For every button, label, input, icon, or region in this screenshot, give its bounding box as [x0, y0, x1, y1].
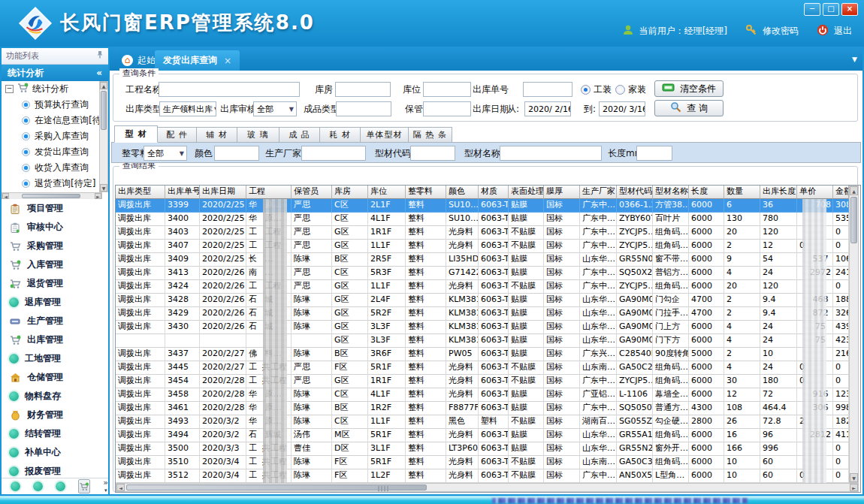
name-input[interactable]: [500, 146, 602, 161]
sidebar-item-5[interactable]: 退库管理: [2, 293, 108, 312]
table-row-3[interactable]: 调拨出库34072020/2/25工 工程严思G区1L1F整料光身料6063-T…: [116, 240, 849, 253]
table-row-20[interactable]: 调拨出库35122020/3/4工 共工程陈琳F区1L2F整料光身料6063-T…: [116, 469, 849, 483]
module-dot-icon[interactable]: [11, 481, 20, 491]
table-row-1[interactable]: 调拨出库34002020/2/25华 原…严思C区4L1F整料SU10…6063…: [116, 213, 849, 226]
collapse-icon[interactable]: «: [96, 65, 102, 81]
table-row-5[interactable]: 调拨出库34132020/2/26南 …严思C区5R3F整料G714226063…: [116, 267, 849, 280]
tab-list-dropdown-icon[interactable]: ▼: [852, 56, 857, 63]
column-header-13[interactable]: 型材代码: [617, 186, 653, 199]
date-from-select[interactable]: 2020/ 2/16▼: [524, 101, 571, 116]
tree-expander-icon[interactable]: −: [5, 85, 14, 93]
material-tab-2[interactable]: 辅 材: [197, 127, 237, 143]
table-row-13[interactable]: 调拨出库34542020/2/28工 共工程严思G区1R1F整料光身料6063-…: [116, 375, 849, 388]
table-row-11[interactable]: 调拨出库34372020/2/27佛 料…陈琳B区3R6F整料PW056063-…: [116, 348, 849, 361]
material-tab-5[interactable]: 耗 材: [320, 127, 361, 143]
column-header-0[interactable]: 出库类型: [116, 186, 165, 199]
close-button[interactable]: ×: [841, 3, 858, 16]
module-dot-icon[interactable]: [33, 481, 43, 491]
column-header-8[interactable]: 颜色: [446, 186, 479, 199]
keeper-input[interactable]: [423, 101, 471, 116]
tree-root-node[interactable]: − 统计分析: [2, 81, 108, 97]
table-row-6[interactable]: 调拨出库34242020/2/26工 工程严思G区1L1F整料光身料6063-T…: [116, 280, 849, 294]
project-name-input[interactable]: [159, 82, 300, 97]
sidebar-item-2[interactable]: 采购管理: [2, 237, 108, 255]
table-row-10[interactable]: G区3L3F整料KLM38176063-T5贴膜国标山东华…GA90M09.门下…: [116, 334, 849, 348]
scroll-right-arrow[interactable]: ►: [95, 193, 101, 199]
scroll-down-arrow[interactable]: ▼: [850, 473, 858, 482]
material-tab-0[interactable]: 型 材: [114, 125, 158, 143]
sidebar-item-13[interactable]: 补单中心: [2, 443, 108, 462]
column-header-2[interactable]: 出库日期: [200, 186, 246, 199]
location-input[interactable]: [423, 82, 471, 97]
radio-jiazhuang[interactable]: 家装: [615, 84, 646, 95]
sidebar-item-11[interactable]: 财务管理: [2, 406, 108, 424]
part-select[interactable]: 全部▼: [143, 146, 187, 161]
column-header-12[interactable]: 生产厂家: [580, 186, 617, 199]
column-header-1[interactable]: 出库单号: [165, 186, 200, 199]
table-row-12[interactable]: 调拨出库34452020/2/27工 共工程严思F区5R1F整料光身料6063-…: [116, 361, 849, 375]
sidebar-item-12[interactable]: 结转管理: [2, 424, 108, 443]
scroll-left-arrow[interactable]: ◄: [116, 484, 125, 491]
table-row-18[interactable]: 调拨出库35002020/3/3工 共工程曹佳D区3L1F整料LT3P60606…: [116, 442, 849, 456]
sidebar-item-8[interactable]: 工地管理: [2, 349, 108, 368]
table-row-16[interactable]: 调拨出库34932020/3/2华 原…陈琳C区1L1F整料黑色塑料不贴膜国标湖…: [116, 415, 849, 429]
column-header-18[interactable]: 单价: [797, 186, 833, 199]
tree-item-0[interactable]: 预算执行查询: [2, 97, 108, 113]
minimize-button[interactable]: ─: [804, 3, 820, 16]
maker-input[interactable]: [301, 146, 366, 161]
material-tab-3[interactable]: 玻 璃: [237, 127, 279, 143]
length-input[interactable]: [636, 146, 672, 161]
order-no-input[interactable]: [523, 82, 572, 97]
sidebar-item-0[interactable]: 项目管理: [2, 199, 108, 218]
column-header-11[interactable]: 膜厚: [544, 186, 580, 199]
column-header-6[interactable]: 库位: [368, 186, 406, 199]
change-password-link[interactable]: 修改密码: [763, 25, 799, 38]
column-header-15[interactable]: 长度: [689, 186, 724, 199]
column-header-17[interactable]: 出库长度: [760, 186, 797, 199]
table-row-19[interactable]: 调拨出库35102020/3/4工 共工程陈琳F区5R1F整料光身料6063-T…: [116, 456, 849, 469]
more-modules-button[interactable]: »▾: [103, 479, 108, 494]
scroll-up-arrow[interactable]: ▲: [850, 186, 858, 195]
column-header-19[interactable]: 金额: [833, 186, 849, 199]
tab-shipping-outbound-query[interactable]: 发货出库查询 ×: [155, 50, 240, 71]
table-row-8[interactable]: 调拨出库34292020/2/26石 城陈琳G区5R2F整料KLM3817606…: [116, 307, 849, 321]
material-tab-7[interactable]: 隔 热 条: [409, 127, 452, 143]
sidebar-item-9[interactable]: 仓储管理: [2, 368, 108, 387]
scroll-down-arrow[interactable]: ▼: [100, 184, 107, 192]
date-to-select[interactable]: 2020/ 3/16▼: [599, 101, 645, 116]
tree-item-1[interactable]: 在途信息查询[待: [2, 113, 108, 128]
column-header-7[interactable]: 整零料: [406, 186, 446, 199]
table-row-2[interactable]: 调拨出库34032020/2/25工 工程严思G区1R1F整料光身料6063-T…: [116, 226, 849, 240]
tree-item-4[interactable]: 收货入库查询: [2, 160, 108, 176]
table-row-9[interactable]: 调拨出库34302020/2/26石 城陈琳G区3L3F整料KLM3817606…: [116, 321, 849, 334]
module-dot-icon[interactable]: [56, 481, 65, 491]
scroll-left-arrow[interactable]: ◄: [2, 193, 9, 199]
material-tab-4[interactable]: 成 品: [279, 127, 320, 143]
column-header-16[interactable]: 数量: [724, 186, 760, 199]
material-tab-6[interactable]: 单体型材: [361, 127, 409, 143]
column-header-4[interactable]: 保管员: [292, 186, 332, 199]
logout-button[interactable]: 退出: [834, 25, 852, 38]
outbound-audit-select[interactable]: 全部▼: [253, 101, 297, 116]
table-horizontal-scrollbar[interactable]: ◄ ►: [116, 483, 859, 492]
column-header-14[interactable]: 型材名称: [653, 186, 689, 199]
maximize-button[interactable]: □: [823, 3, 839, 16]
search-button[interactable]: 查 询: [654, 100, 724, 116]
product-type-input[interactable]: [336, 101, 391, 116]
material-tab-1[interactable]: 配 件: [158, 127, 197, 143]
column-header-10[interactable]: 表面处理: [509, 186, 544, 199]
sidebar-item-1[interactable]: 审核中心: [2, 218, 108, 237]
module-cart-button[interactable]: [78, 479, 90, 493]
tab-close-icon[interactable]: ×: [224, 56, 231, 66]
column-header-3[interactable]: 工程: [246, 186, 292, 199]
scroll-right-arrow[interactable]: ►: [850, 484, 858, 491]
table-vertical-scrollbar[interactable]: ▲ ▼: [849, 186, 859, 483]
warehouse-input[interactable]: [335, 82, 391, 97]
sidebar-item-10[interactable]: 物料盘存: [2, 387, 108, 406]
scroll-up-arrow[interactable]: ▲: [100, 82, 107, 89]
sidebar-item-6[interactable]: 生产管理: [2, 312, 108, 330]
tree-item-2[interactable]: 采购入库查询: [2, 128, 108, 144]
code-input[interactable]: [410, 146, 455, 161]
sidebar-item-14[interactable]: 报废管理: [2, 462, 108, 478]
sidebar-item-7[interactable]: 出库管理: [2, 330, 108, 349]
